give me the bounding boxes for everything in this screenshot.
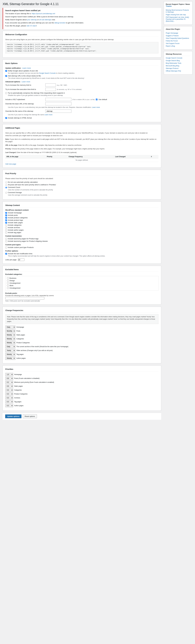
priority-select-8[interactable]: 0.00.10.20.30.40.50.60.70.80.91.0 [5,404,13,407]
priority-select-0[interactable]: 0.00.10.20.30.40.50.60.70.80.91.0 [5,373,13,376]
pp-none-radio[interactable] [5,182,7,183]
pp-equal-radio[interactable] [5,184,7,186]
faq-link[interactable]: View Frequently Asked Questions [166,37,189,39]
bing-webmaster-tools-link[interactable]: Bing Webmaster Tools [166,62,181,64]
change-freq-select-6[interactable]: AlwaysHourlyDailyWeeklyMonthlyYearlyNeve… [5,349,15,352]
plugin-homepage-link[interactable]: Plugin Homepage [166,32,178,34]
pp-comment-count-radio[interactable] [5,187,7,188]
change-freq-select-4[interactable]: AlwaysHourlyDailyWeeklyMonthlyYearlyNeve… [5,341,15,344]
links-per-page-input[interactable] [18,258,25,261]
thanks-link[interactable]: Thanks [166,5,172,7]
include-author-pages-checkbox[interactable] [5,229,7,231]
priority-select-7[interactable]: 0.00.10.20.30.40.50.60.70.80.91.0 [5,400,13,403]
memory-limit-input[interactable] [45,84,56,87]
follow-forum-link[interactable]: Follow the Forum [166,40,178,42]
change-freq-select-3[interactable]: AlwaysHourlyDailyWeeklyMonthlyYearlyNeve… [5,337,15,340]
wordpress-standard-section: WordPress standard content: Include home… [5,209,158,234]
report-bug-link[interactable]: Report a Bug [166,45,175,47]
custom-post-types-label: Custom post types: [5,244,158,246]
rate-link[interactable]: rate it 5 stars [27,25,36,27]
all-sub-sitemaps-link[interactable]: all sub-sitemaps [39,19,52,21]
priority-select-5[interactable]: 0.00.10.20.30.40.50.60.70.80.91.0 [5,392,13,396]
tax-product-tags-checkbox[interactable] [5,238,7,240]
sitemaps-protocol-link[interactable]: Sitemaps Protocol [166,68,178,69]
change-freq-select-1[interactable]: AlwaysHourlyDailyWeeklyMonthlyYearlyNeve… [5,330,15,332]
visit-support-link[interactable]: Visit Support Forum [166,42,179,44]
advanced-options-link[interactable]: Learn more [22,81,30,83]
change-freq-select-2[interactable]: AlwaysHourlyDailyWeeklyMonthlyYearlyNeve… [5,333,15,336]
priority-label-0: Homepage [14,374,22,376]
tax-shipping-classes-checkbox[interactable] [5,240,7,242]
change-freq-select-8[interactable]: AlwaysHourlyDailyWeeklyMonthlyYearlyNeve… [5,357,15,360]
base-url-row: Override the base URL of the sitemap: [5,102,158,105]
notice-rate: If you like the plugin, please rate it 5… [5,24,159,27]
exec-time-row: Try to increase the execution time limit… [5,88,158,91]
xslt-default-checkbox[interactable] [96,98,98,100]
base-url-link[interactable]: Learn more [92,106,100,108]
excl-uncategorized1-checkbox[interactable] [7,282,9,284]
excl-design-checkbox[interactable] [7,280,9,282]
notify-google-checkbox[interactable] [5,70,7,72]
last-changed-label-desc: Last Changed: Enter the date of the last… [5,151,158,154]
priority-select-3[interactable]: 0.00.10.20.30.40.50.60.70.80.91.0 [5,384,13,388]
pp-equal-row: All posts will have the same priority wh… [5,184,158,186]
include-static-pages-checkbox[interactable] [5,222,7,224]
include-categories-checkbox[interactable] [5,224,7,226]
change-freq-select-7[interactable]: AlwaysHourlyDailyWeeklyMonthlyYearlyNeve… [5,353,15,356]
google-search-console-link[interactable]: Google Search Console [39,72,56,74]
include-posts-checkbox[interactable] [5,214,7,216]
notice-notify: Notify Search Engines about your sitemap… [5,18,159,21]
reset-options-button[interactable]: Reset options [23,414,37,418]
include-homepage-checkbox[interactable] [5,212,7,214]
last-mod-checkbox[interactable] [5,253,7,254]
priority-select-2[interactable]: 0.00.10.20.30.40.50.60.70.80.91.0 [5,381,13,384]
your-sitemap-link[interactable]: your sitemap [27,19,37,21]
last-mod-label: Include the last modification time. [8,253,33,254]
excl-work-checkbox[interactable] [7,285,9,286]
filename-link[interactable]: Learn more [45,114,52,116]
filename-input[interactable] [45,110,71,113]
col-priority: Priority [46,155,68,158]
change-freq-select-0[interactable]: AlwaysHourlyDailyWeeklyMonthlyYearlyNeve… [5,326,15,329]
pp-comment-count-label: Comment Count [8,186,20,188]
priority-select-4[interactable]: 0.00.10.20.30.40.50.60.70.80.91.0 [5,388,13,392]
update-notification-link[interactable]: Learn more [22,67,31,69]
update-options-button[interactable]: Update options [5,414,22,418]
priority-select-1[interactable]: 0.00.10.20.30.40.50.60.70.80.91.0 [5,377,13,380]
topic-3-link[interactable]: PHP Deprecated: set_time_limit(): Passin… [166,16,189,22]
excl-cat-uncategorized1: Uncategorized [7,282,157,284]
excl-uncategorized2-checkbox[interactable] [7,287,9,289]
xslt-row: Include a XSLT stylesheet: (Full or rela… [5,98,158,101]
ms-bing-blog-link[interactable]: Microsoft Bing Blog [166,65,179,67]
change-freq-page-3: Categories [16,338,24,340]
cpt-products-checkbox[interactable] [5,247,7,248]
priority-select-6[interactable]: 0.00.10.20.30.40.50.60.70.80.91.0 [5,396,13,400]
recent-topics-title: Recent Support Topics / News Thanks [166,3,190,8]
google-search-console-res-link[interactable]: Google Search Console [166,57,182,59]
pp-comment-average-radio[interactable] [5,192,7,194]
include-product-tags-checkbox[interactable] [5,220,7,221]
exec-time-input[interactable] [45,88,56,91]
change-freq-select-5[interactable]: AlwaysHourlyDailyWeeklyMonthlyYearlyNeve… [5,345,15,348]
include-product-cats-checkbox[interactable] [5,217,7,219]
include-archives-checkbox[interactable] [5,227,7,228]
include-tag-pages-checkbox[interactable] [5,232,7,234]
official-sitemaps-faq-link[interactable]: Official Sitemaps FAQ [166,70,181,72]
html-format-checkbox[interactable] [5,117,7,119]
google-search-blog-link[interactable]: Google Search Blog [166,60,180,62]
base-url-input[interactable] [45,102,71,105]
excl-cat-work: Work [7,284,157,286]
filename-section: Override the file name of the sitemap: U… [5,110,158,116]
add-new-page-link[interactable]: Add new page [5,163,16,165]
xslt-input[interactable] [45,98,71,101]
robots-txt-checkbox[interactable] [5,75,7,77]
sitemap-url-link[interactable]: https://yoururl.com/sitemap.xml [32,12,55,14]
suggest-feature-link[interactable]: Suggest a Feature [166,35,179,36]
exclude-posts-input[interactable] [5,297,44,300]
excl-business-checkbox[interactable] [7,277,9,279]
debug-function-link[interactable]: debug function [55,22,66,24]
url-label-desc: URL to the page: Enter the URL to the pa… [5,144,158,146]
topic-1-link[interactable]: Missing WooCommerce Products in Sitemaps [166,9,189,13]
compress-checkbox[interactable] [5,92,7,94]
topic-2-link[interactable]: Pages missing from site map [166,14,186,16]
